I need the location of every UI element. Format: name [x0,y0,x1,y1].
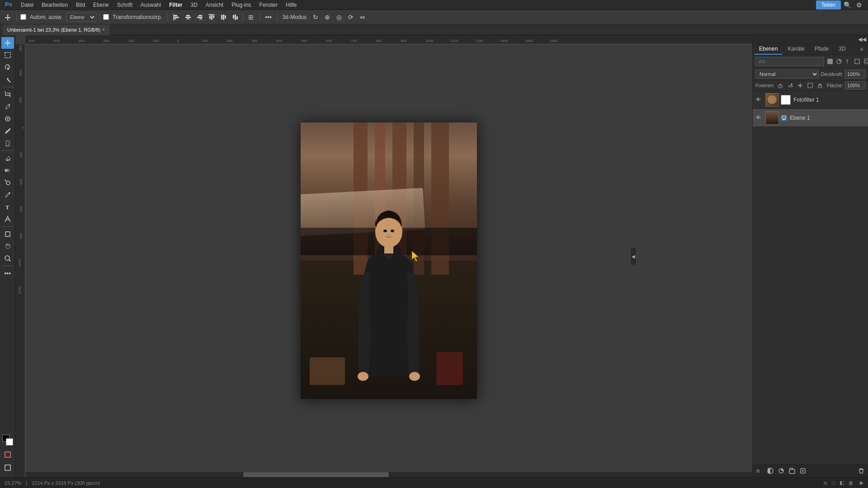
more-options-icon[interactable]: ••• [263,12,274,23]
svg-rect-8 [185,17,191,18]
menu-auswahl[interactable]: Auswahl [137,1,165,9]
menu-schrift[interactable]: Schrift [113,1,136,9]
align-top-btn[interactable] [206,12,217,23]
status-new-layer-btn[interactable]: □ [832,480,835,486]
brush-tool[interactable] [1,125,14,137]
menu-ansicht[interactable]: Ansicht [202,1,227,9]
tab-ebenen[interactable]: Ebenen [755,44,782,55]
add-mask-button[interactable] [765,466,775,476]
lock-all-btn[interactable] [816,81,824,89]
delete-layer-button[interactable] [856,466,866,476]
type-layer-icon[interactable]: T [844,57,852,66]
menu-datei[interactable]: Datei [17,1,37,9]
transform-label: Transformationsstrp. [111,14,164,20]
hand-tool[interactable] [1,240,14,252]
3d-roll-btn[interactable]: ⟳ [345,12,356,23]
path-select-tool[interactable] [1,213,14,225]
move-tool[interactable] [1,37,14,49]
layers-search-input[interactable] [755,57,824,66]
dodge-tool[interactable] [1,177,14,188]
eraser-tool[interactable] [1,152,14,164]
shape-layer-icon[interactable] [853,57,861,66]
status-fx-btn[interactable]: fx [824,480,828,486]
collapse-panel-btn[interactable]: ◀◀ [858,36,866,42]
teilen-button[interactable]: Teilen [816,0,841,9]
3d-drag-btn[interactable]: ⇔ [357,12,368,23]
layer-group-select[interactable]: Ebene Gruppe [66,13,96,22]
h-scroll-thumb[interactable] [243,472,389,477]
lock-position-btn[interactable] [796,81,804,89]
screen-mode-btn[interactable] [1,462,14,474]
menu-hilfe[interactable]: Hilfe [282,1,300,9]
settings-btn[interactable]: ⚙ [854,0,864,10]
heal-tool[interactable] [1,113,14,125]
panel-collapse-btn[interactable]: ◀ [630,247,637,265]
blend-mode-select[interactable]: Normal Auflösen Abdunkeln Multiplizieren… [755,70,819,79]
layer-visibility-ebene1[interactable]: 👁 [755,114,763,121]
pixel-layer-icon[interactable] [826,57,834,66]
eyedropper-tool[interactable] [1,101,14,113]
opacity-input[interactable] [845,70,865,79]
new-group-button[interactable] [787,466,797,476]
tab-pfade[interactable]: Pfade [810,44,833,55]
rect-select-tool[interactable] [1,49,14,61]
3d-pan-btn[interactable]: ⊕ [322,12,333,23]
search-toolbar-btn[interactable]: 🔍 [842,0,853,10]
smart-object-icon[interactable] [862,57,868,66]
crop-tool[interactable] [1,89,14,100]
distribute-h-btn[interactable]: ⊞ [245,12,256,23]
h-scrollbar[interactable] [25,472,752,477]
menu-bild[interactable]: Bild [72,1,89,9]
new-layer-button[interactable] [798,466,808,476]
lasso-tool[interactable] [1,61,14,73]
tab-3d[interactable]: 3D [834,44,850,55]
document-tab[interactable]: Unbenannt-1 bei 23,3% (Ebene 1, RGB/8) × [3,24,110,35]
align-center-btn[interactable] [183,12,193,23]
type-tool[interactable]: T [1,201,14,213]
align-right-btn[interactable] [194,12,205,23]
menu-ebene[interactable]: Ebene [90,1,113,9]
quick-mask-btn[interactable] [1,449,14,460]
lock-artboard-btn[interactable] [806,81,814,89]
more-tools-btn[interactable]: ••• [1,267,14,279]
3d-rotate-btn[interactable]: ↻ [310,12,321,23]
fill-input[interactable] [845,81,865,89]
right-panel: ◀◀ Ebenen Kanäle Pfade 3D ≡ T [752,35,868,477]
align-left-btn[interactable] [171,12,182,23]
adjustment-layer-icon[interactable] [835,57,843,66]
lock-image-btn[interactable] [786,81,794,89]
align-bottom-btn[interactable] [230,12,241,23]
tab-close-btn[interactable]: × [102,27,105,32]
panel-menu-btn[interactable]: ≡ [857,45,866,54]
menu-fenster[interactable]: Fenster [256,1,282,9]
move-tool-btn[interactable] [3,12,14,23]
menu-plugins[interactable]: Plug-ins [228,1,255,9]
status-mask-btn[interactable]: ◧ [840,480,844,486]
tab-bar: Unbenannt-1 bei 23,3% (Ebene 1, RGB/8) × [0,24,868,35]
fx-button[interactable]: fx [755,466,764,476]
3d-zoom-btn[interactable]: ◎ [334,12,344,23]
zoom-tool[interactable] [1,253,14,264]
layer-visibility-fotofilter[interactable]: 👁 [755,96,763,103]
gradient-tool[interactable] [1,164,14,176]
shape-tool[interactable] [1,228,14,240]
svg-rect-10 [198,15,202,16]
status-trash-btn[interactable]: 🗑 [849,480,854,486]
menu-bearbeiten[interactable]: Bearbeiten [38,1,71,9]
auto-select-checkbox[interactable] [20,14,26,20]
pen-tool[interactable] [1,189,14,201]
stamp-tool[interactable] [1,137,14,149]
layer-icon-ebene1 [781,115,787,121]
color-swatches[interactable] [1,434,14,446]
add-adjustment-button[interactable] [776,466,786,476]
menu-filter[interactable]: Filter [165,1,186,9]
menu-3d[interactable]: 3D [187,1,201,9]
main-area: T ••• [0,35,868,477]
layer-item-ebene1[interactable]: 👁 Ebene 1 [753,109,868,127]
lock-pixels-btn[interactable] [776,81,784,89]
layer-item-fotofilter[interactable]: 👁 Fotofilter 1 [753,91,868,109]
align-middle-btn[interactable] [218,12,229,23]
tab-kanaele[interactable]: Kanäle [783,44,809,55]
magic-wand-tool[interactable] [1,74,14,85]
transform-checkbox[interactable] [103,14,109,20]
